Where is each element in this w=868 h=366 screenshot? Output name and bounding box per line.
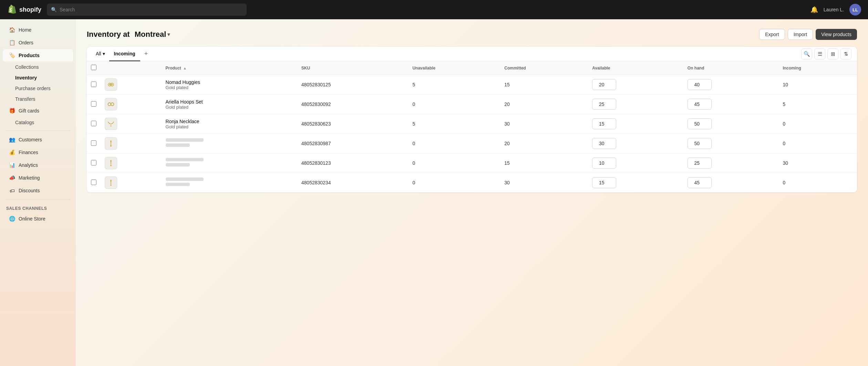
row-incoming: 10 <box>778 75 857 95</box>
tab-all[interactable]: All ▾ <box>92 47 108 61</box>
th-committed: Committed <box>500 61 588 75</box>
inventory-table: Product ▲ SKU Unavailable Committed Avai… <box>87 61 857 192</box>
row-unavailable: 0 <box>408 153 500 173</box>
sidebar-item-collections[interactable]: Collections <box>3 62 73 72</box>
row-committed: 30 <box>500 173 588 193</box>
sort-button[interactable]: ⇅ <box>840 49 851 60</box>
product-cell <box>166 158 293 168</box>
row-on-hand <box>683 134 779 153</box>
product-cell <box>166 177 293 188</box>
sidebar-item-orders[interactable]: 📋 Orders <box>3 36 73 49</box>
page-title: Inventory at <box>87 30 130 39</box>
import-button[interactable]: Import <box>788 29 813 40</box>
search-table-button[interactable]: 🔍 <box>801 49 812 60</box>
export-button[interactable]: Export <box>759 29 785 40</box>
sidebar-item-marketing[interactable]: 📣 Marketing <box>3 172 73 184</box>
sidebar-item-transfers[interactable]: Transfers <box>3 94 73 104</box>
sidebar-label-orders: Orders <box>19 40 33 45</box>
row-available <box>588 153 683 173</box>
row-available <box>588 95 683 114</box>
on-hand-input[interactable] <box>688 138 712 149</box>
product-name: Ariella Hoops Set <box>166 99 203 105</box>
th-on-hand: On hand <box>683 61 779 75</box>
row-product-cell <box>162 134 297 153</box>
sidebar-divider-1 <box>6 130 70 131</box>
th-unavailable: Unavailable <box>408 61 500 75</box>
sidebar-item-catalogs[interactable]: Catalogs <box>3 117 73 128</box>
main-content: Inventory at Montreal ▾ Export Import Vi… <box>76 19 868 366</box>
product-name-placeholder <box>166 158 204 161</box>
sidebar-item-finances[interactable]: 💰 Finances <box>3 146 73 159</box>
product-info <box>166 158 204 168</box>
select-all-checkbox[interactable] <box>91 65 96 70</box>
sidebar-item-discounts[interactable]: 🏷 Discounts <box>3 184 73 197</box>
th-product[interactable]: Product ▲ <box>162 61 297 75</box>
location-selector[interactable]: Montreal ▾ <box>133 29 172 40</box>
sidebar-item-products[interactable]: 🏷️ Products <box>3 49 73 62</box>
available-input[interactable] <box>592 177 616 188</box>
search-bar[interactable]: 🔍 Search <box>47 3 247 16</box>
row-incoming: 0 <box>778 114 857 134</box>
available-input[interactable] <box>592 138 616 149</box>
row-on-hand <box>683 75 779 95</box>
on-hand-input[interactable] <box>688 118 712 129</box>
tab-incoming[interactable]: Incoming <box>109 47 140 61</box>
row-product-cell: Nomad Huggies Gold plated <box>162 75 297 95</box>
sidebar-item-analytics[interactable]: 📊 Analytics <box>3 159 73 171</box>
grid-icon: ⊞ <box>831 51 835 57</box>
row-sku: 48052830623 <box>297 114 409 134</box>
tab-add-button[interactable]: + <box>141 47 152 60</box>
sidebar-item-gift-cards[interactable]: 🎁 Gift cards <box>3 105 73 117</box>
product-thumbnail <box>105 118 117 130</box>
sidebar-item-online-store[interactable]: 🌐 Online Store <box>3 213 73 225</box>
row-sku: 48052830987 <box>297 134 409 153</box>
sidebar-item-customers[interactable]: 👥 Customers <box>3 133 73 146</box>
column-toggle-button[interactable]: ⊞ <box>827 49 838 60</box>
product-cell: Nomad Huggies Gold plated <box>166 79 293 90</box>
row-sku: 48052830234 <box>297 173 409 193</box>
th-incoming: Incoming <box>778 61 857 75</box>
bell-icon[interactable]: 🔔 <box>810 6 818 13</box>
row-product-cell <box>162 153 297 173</box>
sidebar-item-purchase-orders[interactable]: Purchase orders <box>3 83 73 94</box>
avatar[interactable]: LL <box>849 4 861 15</box>
sidebar-item-inventory[interactable]: Inventory <box>3 73 73 83</box>
product-thumbnail <box>105 157 117 169</box>
on-hand-input[interactable] <box>688 79 712 90</box>
sidebar-item-home[interactable]: 🏠 Home <box>3 24 73 36</box>
row-unavailable: 0 <box>408 173 500 193</box>
chevron-down-icon: ▾ <box>167 32 170 37</box>
row-checkbox[interactable] <box>91 140 96 146</box>
svg-point-4 <box>108 103 111 106</box>
on-hand-input[interactable] <box>688 158 712 169</box>
available-input[interactable] <box>592 118 616 129</box>
location-name: Montreal <box>135 30 166 39</box>
row-checkbox[interactable] <box>91 82 96 87</box>
analytics-icon: 📊 <box>9 162 15 168</box>
row-checkbox[interactable] <box>91 121 96 126</box>
on-hand-input[interactable] <box>688 99 712 110</box>
available-input[interactable] <box>592 79 616 90</box>
svg-marker-8 <box>110 165 112 166</box>
row-checkbox[interactable] <box>91 180 96 185</box>
view-products-button[interactable]: View products <box>816 29 857 40</box>
filter-table-button[interactable]: ☰ <box>814 49 825 60</box>
row-sku: 48052830092 <box>297 95 409 114</box>
table-row: Ronja Necklace Gold plated 48052830623 5… <box>87 114 857 134</box>
product-variant-placeholder <box>166 163 190 166</box>
on-hand-input[interactable] <box>688 177 712 188</box>
filter-icon: ☰ <box>818 51 822 57</box>
row-unavailable: 5 <box>408 75 500 95</box>
product-name-placeholder <box>166 138 204 142</box>
available-input[interactable] <box>592 99 616 110</box>
row-thumb-cell <box>101 114 162 134</box>
products-icon: 🏷️ <box>9 52 15 58</box>
sidebar: 🏠 Home 📋 Orders 🏷️ Products Collections … <box>0 19 76 366</box>
shopify-logo[interactable]: shopify <box>7 5 41 14</box>
row-checkbox[interactable] <box>91 101 96 107</box>
product-name: Nomad Huggies <box>166 79 200 85</box>
available-input[interactable] <box>592 158 616 169</box>
row-checkbox[interactable] <box>91 160 96 165</box>
tab-all-chevron: ▾ <box>103 51 105 56</box>
row-checkbox-cell <box>87 153 101 173</box>
